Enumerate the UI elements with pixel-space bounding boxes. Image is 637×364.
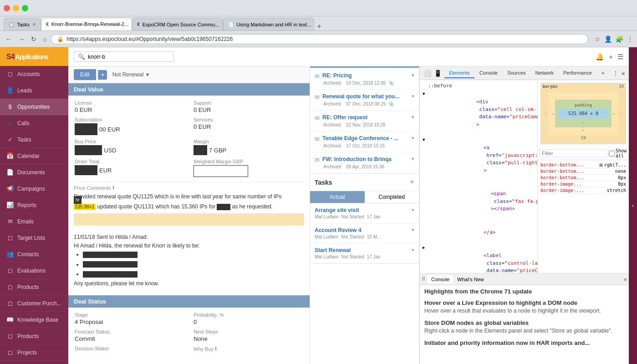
- sidebar-item-owned-products[interactable]: ◻ Owned Products: [0, 361, 68, 364]
- sidebar: S4Applications ◻ Accounts 👤 Leads $ Oppo…: [0, 47, 68, 364]
- tab-knorr[interactable]: € Knorr-Bremse-Brinqa-Renewal-2... ✕: [41, 18, 132, 30]
- console-item-1: Hover over a Live Expression to highligh…: [424, 299, 624, 315]
- right-prop-value: none: [615, 169, 626, 174]
- console-close[interactable]: ✕: [624, 276, 627, 283]
- sidebar-item-tasks[interactable]: ✓ Tasks: [0, 131, 68, 148]
- blue-line: [310, 66, 419, 68]
- forward-button[interactable]: →: [16, 35, 26, 44]
- tab-completed[interactable]: Completed: [365, 191, 419, 203]
- sidebar-item-leads[interactable]: 👤 Leads: [0, 82, 68, 99]
- sidebar-item-products2[interactable]: ◻ Products: [0, 328, 68, 344]
- window-controls: [4, 5, 28, 11]
- sidebar-item-contacts[interactable]: 👥 Contacts: [0, 246, 68, 263]
- sidebar-item-documents[interactable]: 📄 Documents: [0, 164, 68, 181]
- sidebar-item-campaigns[interactable]: 📢 Campaigns: [0, 181, 68, 197]
- email-item-1[interactable]: ✉ Renewal quote for what you... ▾ Archiv…: [310, 90, 419, 111]
- avatar-icon[interactable]: 👤: [604, 35, 612, 43]
- show-all-label[interactable]: Show all: [609, 148, 627, 158]
- hr-value: 535.98×1: [74, 204, 96, 210]
- task-meta: Mat Ludlam Not Started 15 M...: [315, 234, 414, 239]
- console-tab-whatsnew[interactable]: What's New: [454, 275, 487, 283]
- sidebar-item-target-lists[interactable]: ◻ Target Lists: [0, 230, 68, 246]
- maximize-btn[interactable]: [22, 5, 28, 11]
- tab-label: EspoCRM Open Source Commu...: [143, 22, 219, 27]
- sidebar-toggle[interactable]: ‹: [629, 47, 637, 364]
- redacted-list-item3: [83, 271, 138, 278]
- back-button[interactable]: ←: [4, 35, 14, 44]
- console-tab-console[interactable]: Console: [428, 275, 453, 283]
- sidebar-label: Products: [17, 333, 39, 339]
- inspect-icon[interactable]: ⬜: [423, 70, 431, 77]
- task-item-0[interactable]: Arrange site visit ▾ Mat Ludlam Not Star…: [310, 203, 419, 223]
- more-icon[interactable]: ⋮: [627, 35, 633, 43]
- buy-price-input[interactable]: [75, 145, 102, 155]
- sidebar-item-evaluations[interactable]: ◻ Evaluations: [0, 263, 68, 279]
- tab-close[interactable]: ✕: [32, 22, 36, 27]
- sidebar-item-opportunities[interactable]: $ Opportunities: [0, 99, 68, 115]
- right-filter-input[interactable]: [540, 149, 607, 157]
- address-bar[interactable]: 🔒 https://s4apps.espocloud.eu/#Opportuni…: [51, 34, 588, 44]
- task-item-2[interactable]: Start Renewal ▾ Mat Ludlam Not Started 1…: [310, 243, 419, 263]
- home-button[interactable]: ⌂: [41, 35, 48, 44]
- order-total-input[interactable]: [75, 165, 97, 175]
- code-line[interactable]: </a>: [422, 221, 535, 244]
- tab-espocrm[interactable]: € EspoCRM Open Source Commu... ✕: [132, 18, 223, 30]
- sidebar-item-accounts[interactable]: ◻ Accounts: [0, 66, 68, 82]
- close-btn[interactable]: [4, 5, 10, 11]
- code-line[interactable]: <span class="fas fa-pencil-alt fa-sm" ><…: [422, 182, 535, 221]
- task-name: Account Review 4: [315, 227, 362, 233]
- minimize-btn[interactable]: [13, 5, 19, 11]
- tab-network[interactable]: Network: [531, 68, 558, 78]
- sidebar-item-customer-purch[interactable]: ◻ Customer Purch...: [0, 295, 68, 312]
- form-grid-status: Stage 4 Proposal Probability, % 0 Foreca…: [68, 308, 310, 356]
- email-item-3[interactable]: ✉ Tenable Edge Conference - ... ▾ Archiv…: [310, 131, 419, 152]
- sidebar-item-products[interactable]: ◻ Products: [0, 279, 68, 295]
- notification-icon[interactable]: 🔔: [596, 53, 604, 61]
- email-item-4[interactable]: ✉ FW: Introduction to Brinqa ▾ Archived …: [310, 152, 419, 173]
- tab-markdown[interactable]: 📄 Using Markdown and HR in text... ✕: [223, 18, 314, 30]
- redacted-text: [217, 204, 230, 210]
- tab-more[interactable]: »: [597, 68, 609, 78]
- tab-console[interactable]: Console: [475, 68, 502, 78]
- tab-tasks[interactable]: 📋 Tasks ✕: [4, 18, 41, 30]
- new-tab-button[interactable]: +: [314, 22, 324, 30]
- code-line[interactable]: ▼ <div class="cell col-sm-12 form-group"…: [422, 91, 535, 136]
- menu-icon[interactable]: ☰: [617, 53, 623, 61]
- margin-input[interactable]: [194, 145, 207, 155]
- subscription-input[interactable]: [75, 123, 97, 135]
- tab-sources[interactable]: Sources: [503, 68, 530, 78]
- tab-performance[interactable]: Performance: [559, 68, 596, 78]
- task-item-1[interactable]: Account Review 4 ▾ Mat Ludlam Not Starte…: [310, 223, 419, 243]
- star-icon[interactable]: ☆: [595, 35, 601, 43]
- devtools-close[interactable]: ✕: [622, 70, 625, 77]
- device-icon[interactable]: 📱: [434, 70, 442, 77]
- tasks-add-button[interactable]: +: [409, 177, 414, 187]
- right-prop-value: stretch: [607, 188, 626, 193]
- sidebar-item-reports[interactable]: 📊 Reports: [0, 197, 68, 213]
- search-input[interactable]: [88, 54, 170, 60]
- settings-icon[interactable]: ⋮: [612, 70, 619, 77]
- edit-dropdown-button[interactable]: ▾: [98, 70, 107, 80]
- code-line[interactable]: ▼ <a href="javascript:" class="pull-righ…: [422, 136, 535, 182]
- edit-button[interactable]: Edit: [74, 69, 96, 80]
- buy-price-value: USD: [104, 147, 116, 154]
- sidebar-item-calendar[interactable]: 📅 Calendar: [0, 148, 68, 164]
- sidebar-item-projects[interactable]: ◻ Projects: [0, 344, 68, 361]
- tab-actual[interactable]: Actual: [310, 191, 365, 203]
- sidebar-item-knowledge-base[interactable]: 📖 Knowledge Base: [0, 312, 68, 328]
- sidebar-item-emails[interactable]: ✉ Emails: [0, 213, 68, 230]
- reload-button[interactable]: ↻: [29, 35, 38, 44]
- tab-elements[interactable]: Elements: [444, 68, 474, 78]
- extensions-icon[interactable]: 🧩: [616, 35, 623, 43]
- sidebar-item-calls[interactable]: 📞 Calls: [0, 115, 68, 131]
- email-item-0[interactable]: ✉ RE: Pricing ▾ Archived 19 Dec, 2018 12…: [310, 69, 419, 90]
- email-item-2[interactable]: ✉ RE: Offer request ▾ Archived 22 Nov, 2…: [310, 111, 419, 131]
- code-line[interactable]: ▶ <label class="control-label" data-name…: [422, 244, 535, 273]
- search-box[interactable]: 🔍: [74, 51, 174, 62]
- show-all-checkbox[interactable]: [609, 151, 615, 157]
- code-line[interactable]: ::before: [422, 82, 535, 91]
- tab-label: Knorr-Bremse-Brinqa-Renewal-2...: [51, 21, 128, 27]
- weighted-margin-input[interactable]: [194, 165, 248, 177]
- devtools-bottom: ⠿ Console What's New ✕ Highlights from t…: [420, 273, 629, 364]
- add-icon[interactable]: +: [609, 53, 613, 61]
